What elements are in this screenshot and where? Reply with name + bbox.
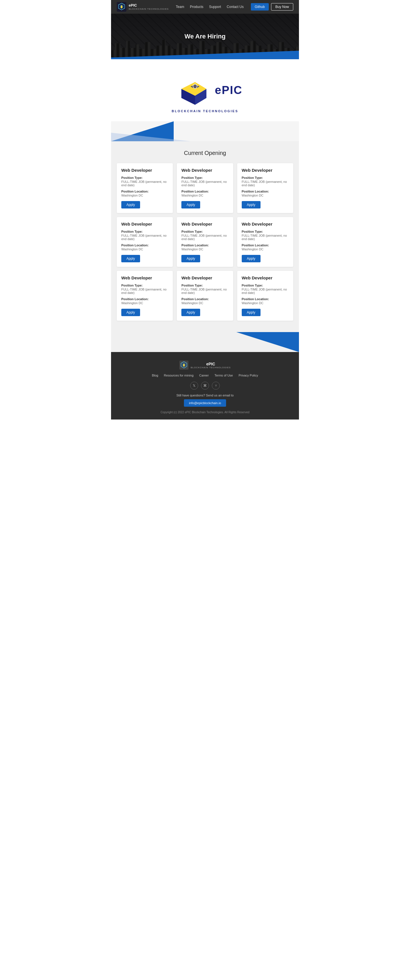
nav-logo-icon (117, 2, 126, 12)
footer-link-blog[interactable]: Blog (152, 374, 158, 377)
job-title: Web Developer (181, 221, 228, 226)
position-location-label: Position Location: (121, 298, 168, 301)
job-card: Web Developer Position Type: FULL-TIME J… (177, 163, 233, 213)
footer-link-terms[interactable]: Terms of Use (215, 374, 233, 377)
position-location-label: Position Location: (181, 243, 228, 247)
position-type-value: FULL-TIME JOB (permanent, no end date) (242, 234, 289, 241)
position-location-label: Position Location: (242, 243, 289, 247)
opening-section: Current Opening Web Developer Position T… (111, 141, 299, 332)
epic-logo-icon (168, 71, 213, 107)
footer-link-privacy[interactable]: Privacy Policy (238, 374, 258, 377)
github-footer-icon[interactable]: ⑂ (212, 382, 220, 390)
position-location-label: Position Location: (242, 190, 289, 193)
position-type-value: FULL-TIME JOB (permanent, no end date) (181, 288, 228, 294)
logo-row: ePIC (168, 71, 243, 109)
position-type-label: Position Type: (242, 176, 289, 180)
footer-copyright: Copyright (c) 2022 ePIC Blockchain Techn… (117, 411, 293, 414)
position-location-label: Position Location: (121, 190, 168, 193)
job-card: Web Developer Position Type: FULL-TIME J… (117, 217, 173, 267)
position-location-value: Washington DC (181, 248, 228, 251)
apply-button[interactable]: Apply (242, 309, 261, 316)
footer-logo-sub: BLOCKCHAIN TECHNOLOGIES (191, 366, 231, 369)
position-type-value: FULL-TIME JOB (permanent, no end date) (242, 180, 289, 187)
position-type-label: Position Type: (242, 284, 289, 287)
logo-epic-text: ePIC (215, 84, 243, 96)
apply-button[interactable]: Apply (121, 309, 140, 316)
position-type-label: Position Type: (181, 284, 228, 287)
footer-link-career[interactable]: Career (199, 374, 209, 377)
position-location-value: Washington DC (121, 248, 168, 251)
apply-button[interactable]: Apply (181, 309, 200, 316)
job-title: Web Developer (242, 221, 289, 226)
hero-section: We Are Hiring (111, 14, 299, 59)
position-location-value: Washington DC (121, 301, 168, 305)
blue-wedge-divider (111, 121, 299, 141)
job-card: Web Developer Position Type: FULL-TIME J… (237, 271, 293, 321)
position-location-label: Position Location: (181, 298, 228, 301)
position-type-label: Position Type: (181, 230, 228, 233)
email-button[interactable]: info@epicblockchain.io (184, 399, 226, 407)
apply-button[interactable]: Apply (181, 255, 200, 262)
blue-wedge-light (111, 133, 191, 141)
job-title: Web Developer (242, 168, 289, 173)
footer-logo-icon (180, 361, 189, 370)
job-card: Web Developer Position Type: FULL-TIME J… (237, 217, 293, 267)
position-location-value: Washington DC (242, 194, 289, 197)
footer: ePIC BLOCKCHAIN TECHNOLOGIES Blog Resour… (111, 352, 299, 420)
apply-button[interactable]: Apply (121, 255, 140, 262)
jobs-grid: Web Developer Position Type: FULL-TIME J… (117, 163, 293, 321)
position-location-value: Washington DC (242, 248, 289, 251)
navbar: ePIC BLOCKCHAIN TECHNOLOGIES Team Produc… (111, 0, 299, 14)
position-type-value: FULL-TIME JOB (permanent, no end date) (181, 180, 228, 187)
nav-logo: ePIC BLOCKCHAIN TECHNOLOGIES (117, 2, 169, 12)
job-title: Web Developer (121, 168, 168, 173)
job-card: Web Developer Position Type: FULL-TIME J… (117, 271, 173, 321)
position-location-label: Position Location: (242, 298, 289, 301)
position-type-label: Position Type: (181, 176, 228, 180)
footer-links: Blog Resources for mining Career Terms o… (117, 374, 293, 377)
apply-button[interactable]: Apply (242, 201, 261, 208)
bottom-wedge-divider (111, 332, 299, 352)
job-title: Web Developer (181, 275, 228, 280)
apply-button[interactable]: Apply (181, 201, 200, 208)
apply-button[interactable]: Apply (242, 255, 261, 262)
job-title: Web Developer (181, 168, 228, 173)
nav-logo-sub: BLOCKCHAIN TECHNOLOGIES (129, 8, 169, 10)
apply-button[interactable]: Apply (121, 201, 140, 208)
logo-sub-text: BLOCKCHAIN TECHNOLOGIES (172, 109, 238, 113)
job-card: Web Developer Position Type: FULL-TIME J… (117, 163, 173, 213)
nav-team[interactable]: Team (176, 5, 184, 9)
footer-social: 𝕏 ⌘ ⑂ (117, 382, 293, 390)
position-type-value: FULL-TIME JOB (permanent, no end date) (242, 288, 289, 294)
logo-section: ePIC BLOCKCHAIN TECHNOLOGIES (111, 59, 299, 121)
buynow-button[interactable]: Buy Now (271, 3, 293, 11)
nav-support[interactable]: Support (209, 5, 221, 9)
footer-logo-name: ePIC (191, 362, 231, 366)
footer-question: Still have questions? Send us an email t… (117, 394, 293, 397)
job-card: Web Developer Position Type: FULL-TIME J… (177, 271, 233, 321)
twitter-icon[interactable]: 𝕏 (190, 382, 198, 390)
nav-buttons: Github Buy Now (251, 3, 293, 11)
nav-logo-name: ePIC (129, 3, 169, 7)
position-location-label: Position Location: (121, 243, 168, 247)
position-type-label: Position Type: (121, 284, 168, 287)
footer-link-mining[interactable]: Resources for mining (164, 374, 194, 377)
position-location-value: Washington DC (181, 301, 228, 305)
position-location-value: Washington DC (181, 194, 228, 197)
job-title: Web Developer (242, 275, 289, 280)
position-type-label: Position Type: (121, 230, 168, 233)
nav-contact[interactable]: Contact Us (227, 5, 243, 9)
position-type-value: FULL-TIME JOB (permanent, no end date) (121, 288, 168, 294)
footer-logo: ePIC BLOCKCHAIN TECHNOLOGIES (117, 361, 293, 370)
position-location-label: Position Location: (181, 190, 228, 193)
position-type-label: Position Type: (121, 176, 168, 180)
position-location-value: Washington DC (121, 194, 168, 197)
nav-products[interactable]: Products (190, 5, 203, 9)
github-button[interactable]: Github (251, 3, 269, 11)
position-type-label: Position Type: (242, 230, 289, 233)
discord-icon[interactable]: ⌘ (201, 382, 209, 390)
opening-title: Current Opening (117, 150, 293, 156)
job-card: Web Developer Position Type: FULL-TIME J… (237, 163, 293, 213)
position-location-value: Washington DC (242, 301, 289, 305)
hero-title: We Are Hiring (184, 33, 226, 40)
